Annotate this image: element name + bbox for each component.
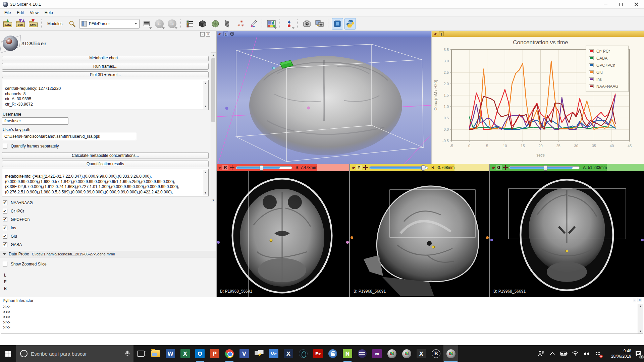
volume-rendering-canvas[interactable]	[217, 37, 431, 164]
taskbar-notepad-plus-plus[interactable]: N	[340, 345, 355, 362]
models-button[interactable]	[210, 18, 221, 29]
transforms-button[interactable]	[222, 18, 234, 29]
undock-panel-icon[interactable]: ▫	[200, 32, 205, 37]
close-console-icon[interactable]: ×	[638, 298, 642, 302]
maximize-button[interactable]	[613, 0, 629, 8]
menu-view[interactable]: View	[27, 9, 42, 16]
taskbar-slicer-window-1[interactable]	[384, 345, 399, 362]
close-button[interactable]	[629, 0, 644, 8]
annotations-button[interactable]	[248, 18, 259, 29]
taskbar-file-explorer[interactable]	[148, 345, 163, 362]
python-console[interactable]: >>>>>>>>>>>>>>> ▲▼	[1, 304, 643, 334]
taskbar-filezilla[interactable]: Fz	[311, 345, 325, 362]
taskbar-slicer-active[interactable]	[443, 345, 458, 362]
slice-crosshair-icon[interactable]	[230, 165, 234, 170]
show-zoomed-slice-checkbox[interactable]	[3, 262, 7, 266]
menu-help[interactable]: Help	[42, 9, 56, 16]
crosshair-button[interactable]	[283, 18, 295, 29]
volume-icon[interactable]	[581, 345, 592, 362]
yellow-slice-slider[interactable]	[369, 166, 428, 169]
metabolite-checkbox[interactable]	[3, 226, 7, 230]
taskbar-xming[interactable]: X	[414, 345, 429, 362]
extensions-manager-button[interactable]	[332, 18, 343, 29]
username-input[interactable]: fmrsiuser	[2, 117, 68, 125]
taskbar-vnc-viewer[interactable]: Vc	[266, 345, 281, 362]
wifi-icon[interactable]	[570, 345, 581, 362]
textbox-scrollbar[interactable]: ▲▼	[203, 81, 208, 109]
keypath-input[interactable]: C:\Users\FranciscoMarcano\.ssh\fmrsiuser…	[2, 133, 136, 140]
python-console-button[interactable]	[344, 18, 356, 29]
taskbar-mplab-x-ide[interactable]: X	[281, 345, 296, 362]
volumes-button[interactable]	[197, 18, 208, 29]
people-icon[interactable]	[535, 345, 547, 362]
undock-console-icon[interactable]: ▫	[632, 298, 636, 302]
start-button[interactable]	[0, 345, 16, 362]
spin-view-icon[interactable]	[230, 32, 234, 36]
metabolite-chart-button[interactable]: Metabolite chart...	[2, 56, 209, 61]
pushpin-icon[interactable]	[218, 166, 221, 169]
metabolite-checkbox[interactable]	[3, 217, 7, 222]
layout-selector-button[interactable]	[266, 18, 277, 29]
metabolite-row[interactable]: Glu	[3, 232, 33, 240]
slider-handle[interactable]	[260, 165, 263, 171]
pushpin-icon[interactable]	[491, 166, 495, 169]
module-panel-scrollbar[interactable]: ▲ ▼	[211, 52, 216, 203]
header-info-textbox[interactable]: centralFrequency: 1277125220channels: 8c…	[2, 80, 209, 110]
slider-handle[interactable]	[421, 165, 425, 171]
taskbar-search[interactable]: Escribe aquí para buscar	[16, 345, 133, 362]
minimize-button[interactable]	[598, 0, 613, 8]
save-button[interactable]: ▼ SAVE	[28, 18, 39, 29]
back-button[interactable]: ←	[154, 18, 165, 29]
taskbar-clock[interactable]: 9:48 28/06/2019	[604, 348, 633, 359]
dicom-button[interactable]: ▼▲ DCM	[15, 18, 26, 29]
module-search-button[interactable]	[66, 18, 78, 29]
taskbar-bitvise[interactable]: B	[429, 345, 443, 362]
metabolite-checkbox[interactable]	[3, 200, 7, 205]
scroll-down-icon[interactable]: ▼	[211, 198, 216, 203]
subject-hierarchy-button[interactable]	[184, 18, 196, 29]
module-selector-dropdown[interactable]: PFileParser	[79, 19, 140, 28]
textbox-scrollbar[interactable]: ▲▼	[203, 170, 208, 195]
red-slice-slider[interactable]	[236, 166, 292, 169]
taskbar-visio[interactable]: V	[237, 345, 252, 362]
quantify-frames-checkbox[interactable]	[3, 144, 7, 148]
metabolite-row[interactable]: NAA+NAAG	[3, 198, 33, 207]
coronal-slice-view[interactable]: B: P19968_56691	[490, 171, 644, 297]
taskbar-visual-studio[interactable]: ∞	[370, 345, 384, 362]
metabolite-row[interactable]: GABA	[3, 240, 33, 249]
slice-crosshair-icon[interactable]	[363, 165, 368, 170]
green-slice-slider[interactable]	[509, 166, 580, 169]
screenshot-button[interactable]	[301, 18, 313, 29]
taskbar-remote-desktop[interactable]: ⚡	[252, 345, 266, 362]
calculate-concentrations-button[interactable]: Calculate metabolite concentrations...	[2, 152, 209, 159]
taskbar-keepass[interactable]	[325, 345, 340, 362]
slice-crosshair-icon[interactable]	[503, 165, 508, 170]
taskbar-excel[interactable]: X	[178, 345, 193, 362]
chevron-up-icon[interactable]	[547, 345, 558, 362]
action-center-icon[interactable]: 1	[633, 345, 644, 362]
quantify-frames-row[interactable]: Quantify frames separately	[3, 143, 59, 149]
microphone-icon[interactable]	[125, 351, 129, 357]
show-zoomed-slice-row[interactable]: Show Zoomed Slice	[3, 261, 47, 267]
taskbar-eclipse[interactable]	[355, 345, 370, 362]
scene-view-button[interactable]	[314, 18, 325, 29]
pushpin-icon[interactable]	[434, 32, 437, 36]
scrollbar-thumb[interactable]	[211, 58, 215, 122]
load-data-button[interactable]: ▲ DATA	[2, 18, 13, 29]
module-history-button[interactable]	[141, 18, 152, 29]
slider-handle[interactable]	[544, 165, 547, 171]
console-scrollbar[interactable]: ▲▼	[638, 304, 643, 334]
metabolite-checkbox[interactable]	[3, 242, 7, 247]
sync-error-tray-icon[interactable]: ×	[592, 345, 604, 362]
metabolite-checkbox[interactable]	[3, 234, 7, 239]
menu-file[interactable]: File	[1, 9, 14, 16]
metabolite-info-textbox[interactable]: metaboliteInfo: {'Ala':[(2.42E-02,7.22,0…	[2, 169, 209, 196]
threed-view-header[interactable]: 1	[217, 31, 431, 37]
taskbar-gnuradio[interactable]	[296, 345, 311, 362]
taskbar-task-view[interactable]	[133, 345, 148, 362]
forward-button[interactable]: →	[166, 18, 178, 29]
pushpin-icon[interactable]	[218, 32, 221, 36]
taskbar-powerpoint[interactable]: P	[207, 345, 222, 362]
markups-button[interactable]: ✳ ✳ ✳	[235, 18, 247, 29]
taskbar-word[interactable]: W	[163, 345, 178, 362]
